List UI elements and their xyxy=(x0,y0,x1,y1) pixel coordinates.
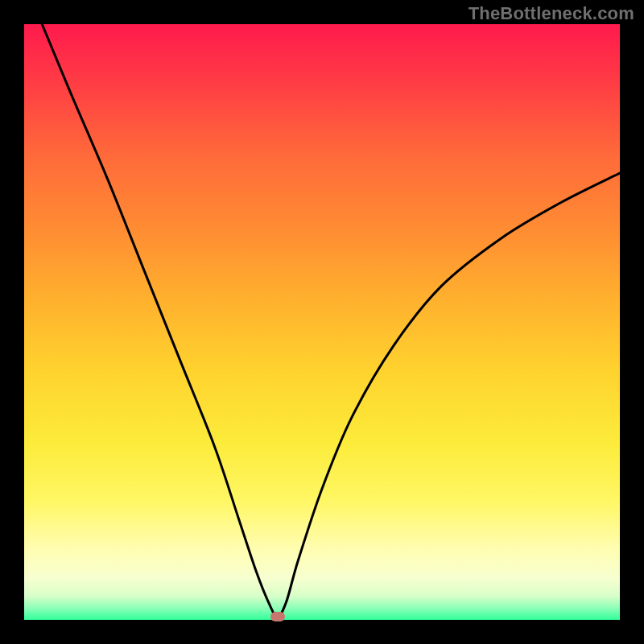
chart-frame: TheBottleneck.com xyxy=(0,0,644,644)
bottleneck-curve xyxy=(24,24,620,620)
optimal-point-marker xyxy=(270,612,285,621)
watermark-text: TheBottleneck.com xyxy=(469,3,634,24)
plot-area xyxy=(24,24,620,620)
